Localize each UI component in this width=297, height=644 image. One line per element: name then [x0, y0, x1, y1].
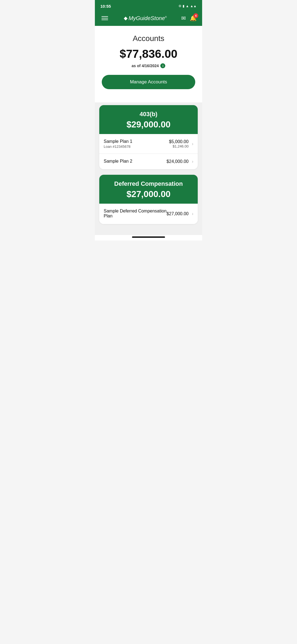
total-amount: $77,836.00 [100, 47, 197, 61]
plan-name: Sample Deferred Compensation Plan [104, 209, 167, 219]
plan-row[interactable]: Sample Plan 1 Loan #12345678 $5,000.00 $… [99, 134, 198, 154]
card-rows-403b: Sample Plan 1 Loan #12345678 $5,000.00 $… [99, 134, 198, 169]
main-content: Accounts $77,836.00 as of 4/16/2024 i Ma… [95, 26, 202, 102]
battery-icon: ▮ [183, 4, 185, 8]
wifi-icon: ▲ [186, 4, 189, 8]
chevron-right-icon: › [192, 141, 193, 146]
plan-amount-main: $24,000.00 [167, 159, 189, 164]
card-total-deferred: $27,000.00 [104, 189, 193, 199]
accounts-list: 403(b) $29,000.00 Sample Plan 1 Loan #12… [95, 102, 202, 235]
plan-info: Sample Plan 2 [104, 159, 167, 164]
plan-amount-main: $27,000.00 [167, 211, 189, 216]
plan-row[interactable]: Sample Deferred Compensation Plan $27,00… [99, 204, 198, 224]
logo-diamond-icon: ◆ [124, 15, 128, 21]
logo-text: MyGuideStone® [129, 15, 167, 21]
logo: ◆ MyGuideStone® [124, 15, 167, 21]
bottom-bar [95, 235, 202, 241]
header: ◆ MyGuideStone® ✉ 🔔 4 [95, 12, 202, 26]
plan-name: Sample Plan 2 [104, 159, 167, 164]
signal-icon: ⚙ [178, 4, 182, 8]
status-time: 10:55 [100, 4, 111, 9]
home-indicator [132, 236, 165, 238]
plan-amounts: $5,000.00 $1,246.00 [169, 139, 188, 148]
status-bar: 10:55 ⚙ ▮ ▲ ▲▲ [95, 0, 202, 12]
plan-amounts: $24,000.00 [167, 159, 189, 164]
info-icon[interactable]: i [160, 63, 165, 68]
header-actions: ✉ 🔔 4 [181, 15, 197, 21]
card-type-403b: 403(b) [104, 111, 193, 118]
as-of-date: as of 4/16/2024 i [100, 63, 197, 68]
menu-button[interactable] [100, 15, 109, 21]
card-total-403b: $29,000.00 [104, 119, 193, 130]
account-card-deferred: Deferred Compensation $27,000.00 Sample … [99, 175, 198, 224]
status-icons: ⚙ ▮ ▲ ▲▲ [178, 4, 197, 8]
plan-loan: Loan #12345678 [104, 144, 169, 149]
card-rows-deferred: Sample Deferred Compensation Plan $27,00… [99, 204, 198, 224]
card-type-deferred: Deferred Compensation [104, 180, 193, 187]
plan-amount-sub: $1,246.00 [169, 144, 188, 148]
mail-icon[interactable]: ✉ [181, 15, 186, 21]
chevron-right-icon: › [192, 211, 193, 216]
plan-info: Sample Deferred Compensation Plan [104, 209, 167, 219]
plan-amounts: $27,000.00 [167, 211, 189, 216]
card-header-403b: 403(b) $29,000.00 [99, 105, 198, 134]
plan-row[interactable]: Sample Plan 2 $24,000.00 › [99, 154, 198, 169]
page-title: Accounts [100, 34, 197, 43]
card-header-deferred: Deferred Compensation $27,000.00 [99, 175, 198, 204]
account-card-403b: 403(b) $29,000.00 Sample Plan 1 Loan #12… [99, 105, 198, 169]
plan-name: Sample Plan 1 [104, 139, 169, 144]
notifications-button[interactable]: 🔔 4 [190, 15, 197, 21]
plan-info: Sample Plan 1 Loan #12345678 [104, 139, 169, 149]
chevron-right-icon: › [192, 159, 193, 164]
plan-amount-main: $5,000.00 [169, 139, 188, 144]
network-icon: ▲▲ [190, 4, 197, 8]
notification-badge: 4 [193, 13, 198, 18]
manage-accounts-button[interactable]: Manage Accounts [102, 75, 195, 89]
